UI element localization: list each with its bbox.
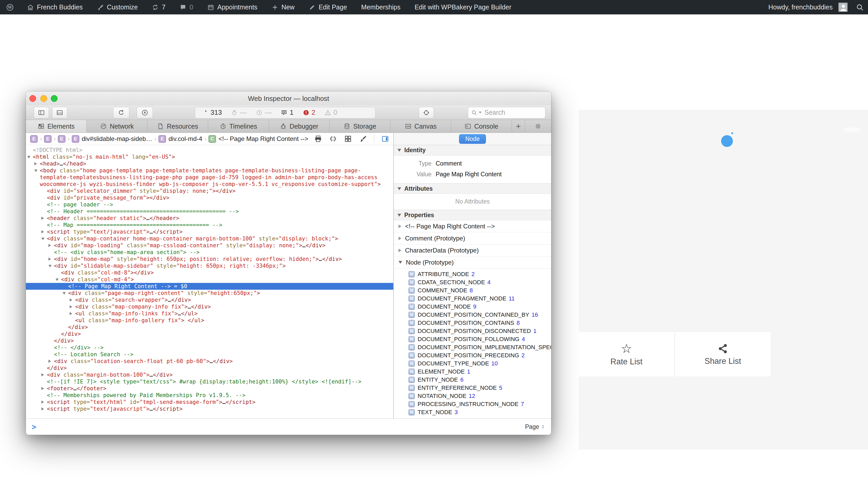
dom-node-line[interactable]: <div class="col-md-8"></div>	[26, 269, 393, 276]
breadcrumb-item[interactable]: E	[30, 135, 38, 143]
dom-node-line[interactable]: <div id="home-map" style="height: 650px;…	[26, 256, 393, 263]
dom-node-line[interactable]: <!--[if !IE 7]> <style type="text/css"> …	[26, 378, 393, 385]
dock-bottom-button[interactable]	[52, 107, 67, 118]
dom-node-line[interactable]: <header class="header static">…</header>	[26, 215, 393, 222]
expand-arrow-icon[interactable]	[41, 230, 44, 234]
expand-arrow-icon[interactable]	[34, 162, 37, 165]
reload-button[interactable]	[113, 107, 129, 118]
dom-node-line[interactable]: <div class="search-wrapper">…</div>	[26, 297, 393, 303]
admin-item-wpbakery[interactable]: Edit with WPBakery Page Builder	[407, 0, 519, 14]
dom-node-line[interactable]: <ul class="map-info-links fix">…</ul>	[26, 310, 393, 317]
howdy-account-menu[interactable]: Howdy, frenchbuddies	[768, 3, 833, 11]
node-scope-pill[interactable]: Node	[459, 134, 486, 144]
expand-arrow-icon[interactable]	[41, 373, 44, 376]
node-prototype-row[interactable]: NTEXT_NODE3	[394, 408, 551, 416]
dom-node-line[interactable]: <html class="no-js main-html" lang="en-U…	[26, 153, 393, 160]
dom-node-line[interactable]: <script type="text/javascript">…</script…	[26, 405, 393, 412]
breadcrumb-item[interactable]: Ediv#slidable-map-sideb…	[72, 135, 152, 143]
node-prototype-row[interactable]: NDOCUMENT_TYPE_NODE10	[394, 359, 551, 367]
collapse-arrow-icon[interactable]	[34, 170, 37, 172]
dom-node-line[interactable]: <!DOCTYPE html>	[26, 147, 393, 153]
dom-node-line[interactable]: <div id="private_message_form"></div>	[26, 194, 393, 201]
property-group-row[interactable]: Node (Prototype)	[394, 256, 551, 269]
collapse-arrow-icon[interactable]	[41, 238, 44, 240]
map-marker-dot[interactable]	[721, 135, 733, 147]
admin-item-memberships[interactable]: Memberships	[354, 0, 407, 14]
tab-resources[interactable]: Resources	[147, 120, 208, 132]
collapse-arrow-icon[interactable]	[56, 278, 59, 281]
dom-node-line[interactable]: </div>	[26, 365, 393, 371]
admin-item-customize[interactable]: Customize	[90, 0, 145, 14]
node-prototype-row[interactable]: NENTITY_NODE6	[394, 376, 551, 384]
expand-arrow-icon[interactable]	[70, 312, 72, 315]
dom-node-selected[interactable]: <!-- Page Map Right Content --> = $0	[26, 283, 393, 290]
new-tab-button[interactable]: +	[512, 120, 525, 132]
dom-node-line[interactable]: </div>	[26, 331, 393, 337]
node-prototype-row[interactable]: NDOCUMENT_POSITION_PRECEDING2	[394, 351, 551, 359]
search-input[interactable]	[485, 109, 542, 116]
dom-node-line[interactable]: <div class="location-search-float pt-60 …	[26, 358, 393, 365]
dom-node-line[interactable]: <div class="page-map-right-content" styl…	[26, 290, 393, 297]
node-prototype-row[interactable]: NENTITY_REFERENCE_NODE5	[394, 384, 551, 392]
dom-node-line[interactable]: </div>	[26, 324, 393, 331]
tab-elements[interactable]: Elements	[26, 120, 87, 132]
breadcrumb-item[interactable]: C<!-- Page Map Right Content -->	[209, 135, 308, 143]
admin-item-new[interactable]: New	[265, 0, 302, 14]
dom-node-line[interactable]: <ul class="map-info-gallery fix"> </ul>	[26, 317, 393, 324]
node-prototype-row[interactable]: NDOCUMENT_POSITION_DISCONNECTED1	[394, 327, 551, 335]
tab-network[interactable]: Network	[87, 120, 147, 132]
expand-arrow-icon[interactable]	[399, 249, 401, 252]
settings-tab-button[interactable]	[525, 120, 551, 132]
expand-arrow-icon[interactable]	[41, 400, 44, 404]
time-indicator[interactable]: —	[256, 109, 272, 117]
search-icon[interactable]	[856, 3, 864, 11]
download-button[interactable]	[137, 107, 153, 118]
paintbrush-icon[interactable]	[359, 135, 367, 143]
admin-item-updates[interactable]: 7	[145, 0, 173, 14]
admin-item-edit-page[interactable]: Edit Page	[302, 0, 354, 14]
details-sidebar-toggle-icon[interactable]	[381, 135, 389, 143]
window-titlebar[interactable]: Web Inspector — localhost	[26, 91, 551, 105]
tab-storage[interactable]: Storage	[330, 120, 391, 132]
expand-arrow-icon[interactable]	[49, 360, 51, 363]
avatar[interactable]	[838, 3, 847, 12]
tab-debugger[interactable]: Debugger	[269, 120, 330, 132]
search-field[interactable]	[468, 107, 546, 118]
expand-arrow-icon[interactable]	[70, 298, 72, 302]
console-log-count[interactable]: 1	[281, 109, 293, 117]
property-group-row[interactable]: CharacterData (Prototype)	[394, 244, 551, 256]
dom-node-line[interactable]: <head>…</head>	[26, 160, 393, 167]
node-prototype-row[interactable]: NDOCUMENT_POSITION_FOLLOWING4	[394, 335, 551, 343]
search-scope-chevron-icon[interactable]	[478, 112, 482, 114]
expand-arrow-icon[interactable]	[399, 224, 401, 228]
node-prototype-row[interactable]: NDOCUMENT_NODE9	[394, 303, 551, 311]
warning-count[interactable]: 0	[325, 109, 337, 117]
share-list-button[interactable]: Share List	[674, 332, 771, 376]
dom-node-line[interactable]: <div id="selectator_dimmer" style="displ…	[26, 188, 393, 194]
expand-arrow-icon[interactable]	[49, 257, 51, 261]
admin-item-appointments[interactable]: Appointments	[200, 0, 265, 14]
dom-node-line[interactable]: <div class="map-company-info fix">…</div…	[26, 303, 393, 310]
property-group-row[interactable]: <!-- Page Map Right Content -->	[394, 220, 551, 232]
node-prototype-row[interactable]: NCOMMENT_NODE8	[394, 286, 551, 295]
node-prototype-row[interactable]: NCDATA_SECTION_NODE4	[394, 278, 551, 286]
tab-timelines[interactable]: Timelines	[208, 120, 269, 132]
expand-arrow-icon[interactable]	[49, 244, 51, 247]
dom-node-line[interactable]: <div id="slidable-map-sidebar" style="he…	[26, 263, 393, 269]
collapse-arrow-icon[interactable]	[27, 156, 30, 158]
code-brackets-icon[interactable]	[329, 135, 337, 143]
dom-node-line[interactable]: <!-- Header ============================…	[26, 208, 393, 215]
dom-node-line[interactable]: <script type="text/javascript">…</script…	[26, 228, 393, 235]
quick-console-prompt[interactable]: >	[32, 422, 36, 431]
rate-list-button[interactable]: ☆ Rate List	[579, 332, 674, 376]
error-count[interactable]: 2	[303, 109, 315, 117]
frame-selector[interactable]: Page	[525, 423, 546, 430]
element-picker-button[interactable]	[419, 107, 434, 118]
breadcrumb-item[interactable]: E	[44, 135, 52, 143]
dom-node-line[interactable]: <body class="home page-template page-tem…	[26, 167, 393, 188]
properties-section-header[interactable]: Properties	[394, 210, 551, 220]
node-prototype-row[interactable]: NDOCUMENT_POSITION_CONTAINS8	[394, 319, 551, 327]
collapse-arrow-icon[interactable]	[49, 265, 52, 268]
property-group-row[interactable]: Comment (Prototype)	[394, 232, 551, 244]
dom-node-line[interactable]: <!-- </div> -->	[26, 344, 393, 351]
